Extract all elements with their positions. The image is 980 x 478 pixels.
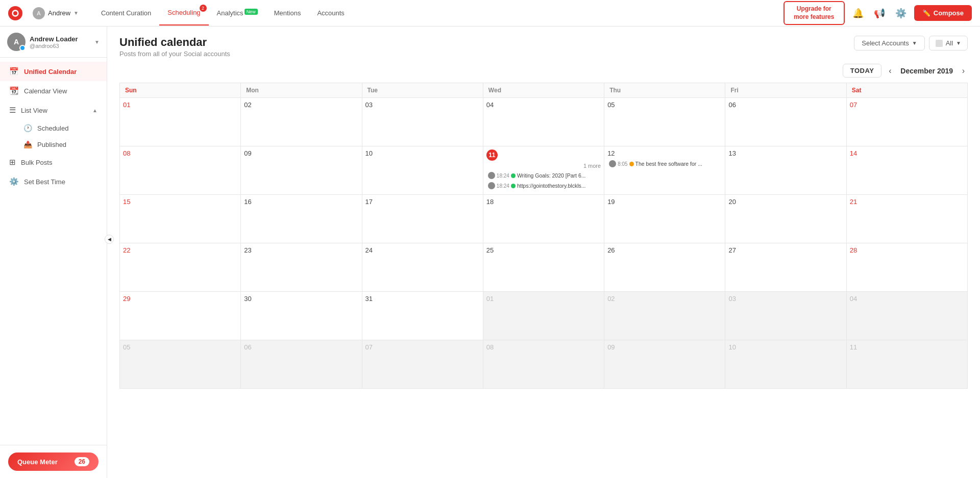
calendar-cell[interactable]: 10 xyxy=(725,340,846,389)
day-number: 11 xyxy=(850,343,964,351)
event-text: The best free software for ... xyxy=(635,161,721,167)
calendar-cell[interactable]: 09 xyxy=(604,340,725,389)
calendar-cell[interactable]: 06 xyxy=(241,340,362,389)
event-item[interactable]: 8:05The best free software for ... xyxy=(607,159,722,168)
notifications-icon[interactable]: 🔔 xyxy=(850,5,866,21)
calendar-cell[interactable]: 18 xyxy=(483,195,604,243)
calendar-cell[interactable]: 128:05The best free software for ... xyxy=(604,146,725,195)
event-item[interactable]: 18:24Writing Goals: 2020 [Part 6... xyxy=(486,171,601,180)
calendar-cell[interactable]: 02 xyxy=(241,98,362,146)
event-avatar xyxy=(609,160,616,167)
day-number: 05 xyxy=(123,343,237,351)
more-events-badge[interactable]: 1 more xyxy=(486,163,601,169)
unified-calendar-label: Unified Calendar xyxy=(24,68,77,76)
calendar-cell[interactable]: 16 xyxy=(241,195,362,243)
svg-point-1 xyxy=(13,11,17,15)
calendar-cell[interactable]: 10 xyxy=(362,146,483,195)
calendar-cell[interactable]: 20 xyxy=(725,195,846,243)
prev-month-button[interactable]: ‹ xyxy=(886,64,894,78)
calendar-cell[interactable]: 25 xyxy=(483,243,604,292)
chevron-down-icon: ▼ xyxy=(74,10,79,16)
calendar-cell[interactable]: 24 xyxy=(362,243,483,292)
calendar-cell[interactable]: 13 xyxy=(725,146,846,195)
settings-icon[interactable]: ⚙️ xyxy=(893,5,909,21)
nav-mentions[interactable]: Mentions xyxy=(266,1,309,25)
user-selector[interactable]: A Andrew ▼ xyxy=(29,5,83,21)
calendar-cell[interactable]: 04 xyxy=(847,292,968,340)
calendar-cell[interactable]: 26 xyxy=(604,243,725,292)
sidebar-sub-item-published[interactable]: 📤 Published xyxy=(0,136,107,153)
day-number: 21 xyxy=(850,198,964,206)
calendar-cell[interactable]: 07 xyxy=(847,98,968,146)
calendar-cell[interactable]: 15 xyxy=(120,195,241,243)
upgrade-button[interactable]: Upgrade for more features xyxy=(783,1,845,25)
calendar-cell[interactable]: 03 xyxy=(362,98,483,146)
logo[interactable] xyxy=(8,6,22,20)
calendar-cell[interactable]: 23 xyxy=(241,243,362,292)
today-button[interactable]: TODAY xyxy=(843,64,882,78)
calendar-cell[interactable]: 07 xyxy=(362,340,483,389)
calendar-cell[interactable]: 21 xyxy=(847,195,968,243)
sidebar-sub-item-scheduled[interactable]: 🕐 Scheduled xyxy=(0,120,107,136)
calendar-cell[interactable]: 06 xyxy=(725,98,846,146)
nav-analytics[interactable]: AnalyticsNew xyxy=(209,1,266,25)
day-number: 08 xyxy=(123,149,237,157)
day-number: 04 xyxy=(486,101,601,109)
published-label: Published xyxy=(37,141,66,148)
day-number: 20 xyxy=(728,198,843,206)
calendar-cell[interactable]: 31 xyxy=(362,292,483,340)
calendar-cell[interactable]: 01 xyxy=(483,292,604,340)
calendar-cell[interactable]: 28 xyxy=(847,243,968,292)
calendar-cell[interactable]: 29 xyxy=(120,292,241,340)
event-avatar xyxy=(488,172,495,179)
list-view-label: List View xyxy=(21,107,87,114)
calendar-cell[interactable]: 05 xyxy=(120,340,241,389)
new-badge: New xyxy=(244,9,258,15)
day-number: 05 xyxy=(607,101,722,109)
day-number: 04 xyxy=(850,295,964,303)
sidebar-item-bulk-posts[interactable]: ⊞ Bulk Posts xyxy=(0,153,107,172)
compose-icon: ✏️ xyxy=(922,9,930,17)
calendar-cell[interactable]: 14 xyxy=(847,146,968,195)
sidebar-item-list-view[interactable]: ☰ List View ▲ xyxy=(0,100,107,120)
day-number: 24 xyxy=(365,246,480,254)
nav-accounts[interactable]: Accounts xyxy=(309,1,352,25)
calendar-cell[interactable]: 05 xyxy=(604,98,725,146)
event-item[interactable]: 18:24https://gointothestory.blckls... xyxy=(486,181,601,190)
compose-button[interactable]: ✏️ Compose xyxy=(914,5,972,21)
nav-scheduling[interactable]: Scheduling2 xyxy=(159,1,208,26)
calendar-cell[interactable]: 17 xyxy=(362,195,483,243)
day-number: 22 xyxy=(123,246,237,254)
calendar-cell[interactable]: 09 xyxy=(241,146,362,195)
calendar-cell[interactable]: 08 xyxy=(483,340,604,389)
all-filter-chevron: ▼ xyxy=(956,40,961,46)
calendar-cell[interactable]: 27 xyxy=(725,243,846,292)
current-month-label: December 2019 xyxy=(899,67,955,75)
calendar-cell[interactable]: 111 more18:24Writing Goals: 2020 [Part 6… xyxy=(483,146,604,195)
calendar-cell[interactable]: 30 xyxy=(241,292,362,340)
calendar-cell[interactable]: 19 xyxy=(604,195,725,243)
calendar-cell[interactable]: 03 xyxy=(725,292,846,340)
sidebar-item-unified-calendar[interactable]: 📅 Unified Calendar xyxy=(0,62,107,81)
calendar-cell[interactable]: 01 xyxy=(120,98,241,146)
sidebar-user-name: Andrew Loader xyxy=(30,35,90,43)
calendar-cell[interactable]: 08 xyxy=(120,146,241,195)
nav-content-curation[interactable]: Content Curation xyxy=(93,1,159,25)
sidebar-user[interactable]: A Andrew Loader @androo63 ▼ xyxy=(0,27,107,58)
day-number: 01 xyxy=(486,295,601,303)
next-month-button[interactable]: › xyxy=(959,64,968,78)
day-number: 03 xyxy=(728,295,843,303)
select-accounts-button[interactable]: Select Accounts ▼ xyxy=(854,36,924,51)
calendar-cell[interactable]: 22 xyxy=(120,243,241,292)
all-filter-button[interactable]: All ▼ xyxy=(929,36,968,51)
queue-meter[interactable]: Queue Meter 26 xyxy=(8,452,99,471)
calendar-cell[interactable]: 11 xyxy=(847,340,968,389)
event-time: 18:24 xyxy=(497,173,509,179)
sidebar-item-calendar-view[interactable]: 📆 Calendar View xyxy=(0,81,107,100)
sidebar-item-set-best-time[interactable]: ⚙️ Set Best Time xyxy=(0,172,107,191)
scheduling-badge: 2 xyxy=(200,5,207,12)
megaphone-icon[interactable]: 📢 xyxy=(871,5,888,21)
day-header-wed: Wed xyxy=(483,83,604,98)
calendar-cell[interactable]: 02 xyxy=(604,292,725,340)
calendar-cell[interactable]: 04 xyxy=(483,98,604,146)
